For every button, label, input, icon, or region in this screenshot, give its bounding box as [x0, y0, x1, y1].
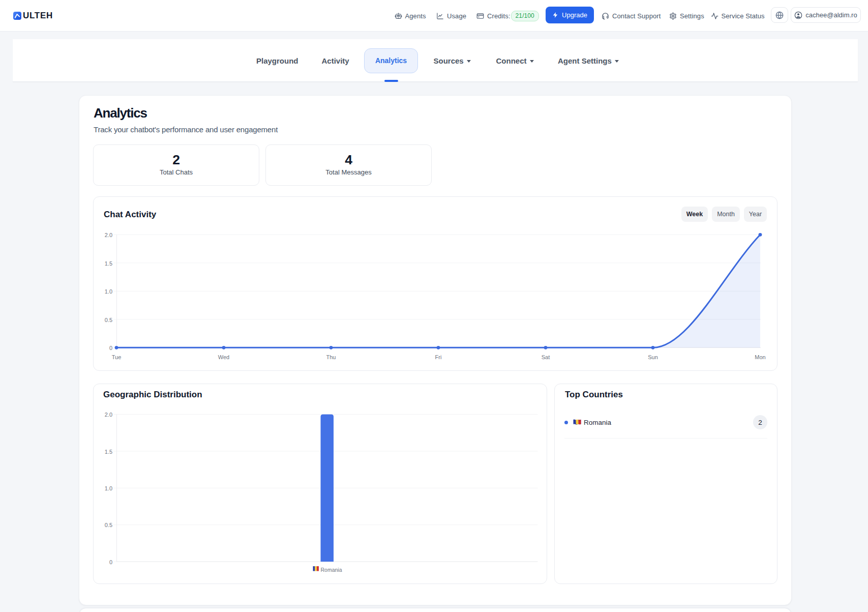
svg-text:Wed: Wed [218, 354, 229, 360]
svg-text:Tue: Tue [112, 354, 122, 360]
svg-text:2.0: 2.0 [105, 232, 112, 238]
svg-text:0: 0 [109, 345, 112, 351]
svg-text:Romania: Romania [321, 567, 342, 573]
svg-text:Fri: Fri [435, 354, 442, 360]
svg-text:Sat: Sat [542, 354, 550, 360]
svg-text:1.5: 1.5 [105, 449, 112, 455]
svg-text:0.5: 0.5 [105, 522, 112, 528]
svg-text:1.0: 1.0 [105, 288, 112, 295]
svg-text:Sun: Sun [648, 354, 658, 360]
svg-text:Thu: Thu [326, 354, 336, 360]
svg-text:Mon: Mon [755, 354, 765, 360]
svg-text:0.5: 0.5 [105, 317, 112, 323]
svg-text:1.0: 1.0 [105, 485, 112, 491]
svg-text:0: 0 [109, 559, 112, 565]
svg-text:2.0: 2.0 [105, 412, 112, 418]
svg-text:1.5: 1.5 [105, 260, 112, 267]
